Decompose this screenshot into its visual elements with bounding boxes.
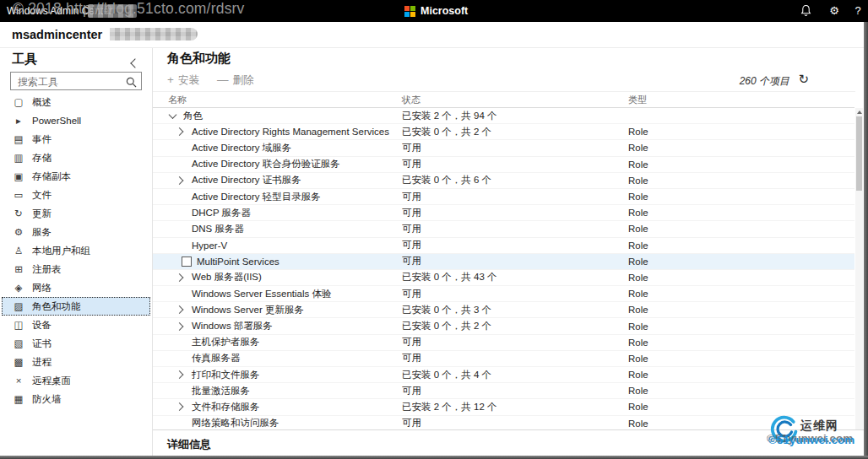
registry-icon: ⊞ [12, 263, 25, 275]
sidebar-item-overview[interactable]: ▢概述 [2, 93, 150, 111]
table-row[interactable]: 文件和存储服务已安装 2 个，共 12 个Role [153, 399, 854, 415]
overview-icon: ▢ [12, 96, 25, 108]
sidebar-item-devices[interactable]: ◫设备 [2, 316, 150, 334]
table-row[interactable]: 角色已安装 2 个，共 94 个 [153, 108, 854, 124]
window-edge-bottom [0, 456, 868, 459]
notifications-bell-icon[interactable] [797, 4, 814, 18]
sidebar-item-remote-desktop[interactable]: ×远程桌面 [2, 371, 150, 390]
row-status: 可用 [402, 417, 628, 429]
chevron-right-icon[interactable] [176, 370, 184, 379]
table-scrollbar[interactable] [855, 108, 863, 429]
chevron-right-icon[interactable] [176, 322, 184, 331]
sidebar-items: ▢概述▸PowerShell▤事件▥存储▣存储副本▭文件↻更新⚙服务♙本地用户和… [0, 93, 152, 408]
row-name: Active Directory 证书服务 [192, 175, 301, 185]
table-row[interactable]: Active Directory 轻型目录服务可用Role [153, 189, 854, 205]
sidebar-item-label: 注册表 [32, 263, 62, 276]
window-edge-right [864, 0, 868, 459]
table-row[interactable]: Active Directory 域服务可用Role [153, 140, 854, 156]
row-name: Hyper-V [192, 240, 227, 251]
table-row[interactable]: Active Directory 联合身份验证服务可用Role [153, 157, 854, 173]
row-status: 可用 [402, 352, 628, 364]
chevron-right-icon[interactable] [176, 403, 184, 412]
tools-sidebar: 工具 ▢概述▸PowerShell▤事件▥存储▣存储副本▭文件↻更新⚙服务♙本地… [0, 48, 153, 456]
sidebar-item-updates[interactable]: ↻更新 [2, 204, 150, 223]
row-name: 角色 [183, 111, 203, 121]
row-status: 可用 [402, 336, 628, 348]
tool-search-input[interactable] [16, 74, 126, 89]
sidebar-item-roles-features[interactable]: ▨角色和功能 [2, 297, 150, 316]
sidebar-item-label: 概述 [32, 96, 52, 109]
chevron-down-icon[interactable] [169, 111, 177, 119]
row-checkbox[interactable] [182, 256, 192, 267]
refresh-icon[interactable]: ↻ [798, 72, 809, 87]
sidebar-item-label: 远程桌面 [32, 375, 71, 387]
table-row[interactable]: 主机保护者服务可用Role [153, 335, 854, 351]
table-row[interactable]: 传真服务器可用Role [153, 351, 854, 367]
table-row[interactable]: Windows Server 更新服务已安装 0 个，共 3 个Role [153, 302, 854, 318]
help-icon[interactable]: ? [849, 4, 866, 18]
sidebar-item-services[interactable]: ⚙服务 [2, 223, 150, 241]
sidebar-item-storage[interactable]: ▥存储 [2, 148, 150, 167]
sidebar-item-label: PowerShell [32, 116, 81, 126]
sidebar-item-processes[interactable]: ▩进程 [2, 353, 150, 371]
row-status: 已安装 0 个，共 4 个 [402, 369, 628, 381]
storage-replica-icon: ▣ [12, 170, 25, 182]
sidebar-item-network[interactable]: ◈网络 [2, 278, 150, 297]
sidebar-item-firewall[interactable]: ▦防火墙 [2, 390, 150, 408]
table-row[interactable]: Windows 部署服务已安装 0 个，共 2 个Role [153, 318, 854, 334]
chevron-right-icon[interactable] [176, 127, 184, 136]
table-row[interactable]: Web 服务器(IIS)已安装 0 个，共 43 个Role [153, 270, 854, 286]
row-type: Role [628, 273, 854, 283]
chevron-right-icon[interactable] [176, 273, 184, 282]
table-row[interactable]: 批量激活服务可用Role [153, 383, 854, 399]
sidebar-item-storage-replica[interactable]: ▣存储副本 [2, 167, 150, 186]
sidebar-item-files[interactable]: ▭文件 [2, 186, 150, 204]
table-row[interactable]: DNS 服务器可用Role [153, 221, 854, 237]
row-status: 已安装 0 个，共 43 个 [402, 271, 628, 284]
column-header-name[interactable]: 名称 [153, 94, 402, 106]
row-status: 已安装 0 个，共 2 个 [402, 320, 628, 332]
sidebar-item-label: 防火墙 [32, 393, 62, 406]
table-row[interactable]: DHCP 服务器可用Role [153, 205, 854, 221]
actions-toolbar: +安装 —删除 260 个项目 ↻ [153, 71, 855, 92]
table-row[interactable]: Hyper-V可用Role [153, 238, 854, 254]
roles-features-icon: ▨ [12, 300, 25, 312]
table-row[interactable]: 打印和文件服务已安装 0 个，共 4 个Role [153, 367, 854, 383]
row-type: Role [628, 354, 854, 364]
row-status: 已安装 2 个，共 12 个 [402, 401, 628, 413]
chevron-right-icon[interactable] [176, 305, 184, 314]
settings-gear-icon[interactable]: ⚙ [826, 4, 843, 18]
row-type: Role [628, 321, 854, 332]
row-type: Role [628, 159, 854, 170]
sidebar-item-registry[interactable]: ⊞注册表 [2, 260, 150, 278]
column-header-status[interactable]: 状态 [402, 94, 628, 106]
column-header-type[interactable]: 类型 [628, 94, 854, 106]
row-name: 主机保护者服务 [192, 337, 260, 347]
table-row[interactable]: Active Directory 证书服务已安装 0 个，共 6 个Role [153, 173, 854, 189]
sidebar-item-label: 进程 [32, 356, 52, 369]
scrollbar-up-arrow-icon[interactable] [857, 111, 862, 114]
delete-button[interactable]: —删除 [217, 73, 254, 88]
chevron-right-icon[interactable] [176, 176, 184, 185]
sidebar-item-certificates[interactable]: ▧证书 [2, 334, 150, 353]
sidebar-item-label: 存储副本 [32, 170, 71, 183]
remote-desktop-icon: × [12, 375, 25, 386]
redacted-domain-block [110, 28, 198, 40]
sidebar-collapse-button[interactable] [132, 55, 142, 65]
row-type: Role [628, 192, 854, 202]
table-row[interactable]: Active Directory Rights Management Servi… [153, 124, 854, 140]
row-status: 可用 [402, 255, 628, 267]
sidebar-item-local-users-groups[interactable]: ♙本地用户和组 [2, 241, 150, 260]
table-row[interactable]: Windows Server Essentials 体验可用Role [153, 286, 854, 302]
sidebar-item-powershell[interactable]: ▸PowerShell [2, 111, 150, 130]
install-button-label: 安装 [178, 74, 199, 86]
connection-bar: msadmincenter [0, 22, 868, 48]
scrollbar-thumb[interactable] [856, 116, 862, 191]
sidebar-item-events[interactable]: ▤事件 [2, 130, 150, 148]
row-type: Role [628, 370, 854, 380]
search-icon[interactable] [126, 76, 137, 91]
table-row[interactable]: MultiPoint Services可用Role [153, 254, 854, 270]
row-type: Role [628, 208, 854, 218]
certificates-icon: ▧ [12, 338, 25, 349]
install-button[interactable]: +安装 [167, 73, 199, 88]
